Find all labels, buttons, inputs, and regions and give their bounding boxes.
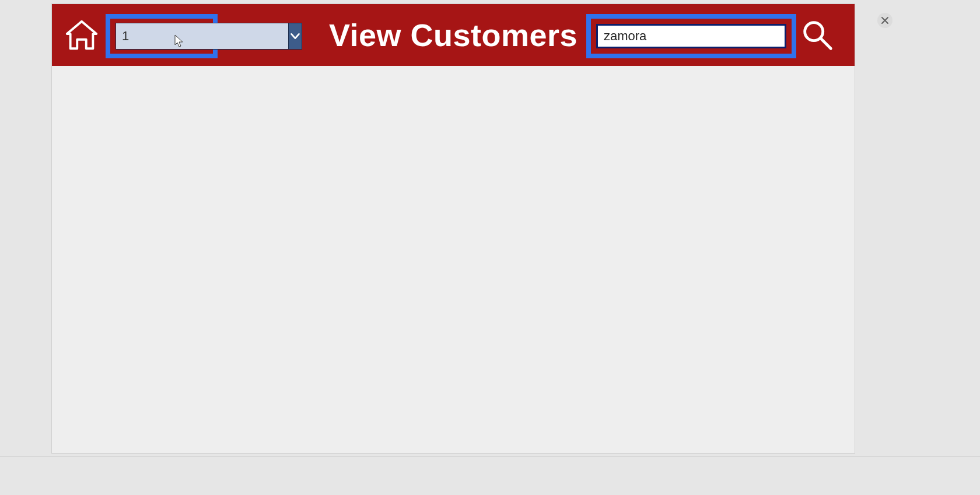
- chevron-down-icon: [289, 30, 302, 43]
- search-input[interactable]: [596, 24, 786, 48]
- close-icon: [881, 16, 889, 24]
- page-dropdown[interactable]: [116, 23, 208, 50]
- bottom-divider: [0, 457, 980, 457]
- home-icon: [64, 17, 100, 53]
- page-dropdown-highlight: [106, 14, 218, 58]
- search-icon: [799, 17, 835, 53]
- search-input-highlight: [586, 14, 796, 58]
- home-button[interactable]: [61, 15, 102, 55]
- header-bar: View Customers: [52, 4, 855, 66]
- svg-line-3: [821, 38, 831, 48]
- page-dropdown-toggle[interactable]: [288, 23, 302, 50]
- search-button[interactable]: [797, 13, 837, 57]
- search-field-wrapper: [596, 24, 786, 48]
- app-window: View Customers: [52, 4, 855, 453]
- content-area: [52, 66, 855, 453]
- page-dropdown-input[interactable]: [116, 23, 288, 50]
- close-button[interactable]: [877, 13, 892, 28]
